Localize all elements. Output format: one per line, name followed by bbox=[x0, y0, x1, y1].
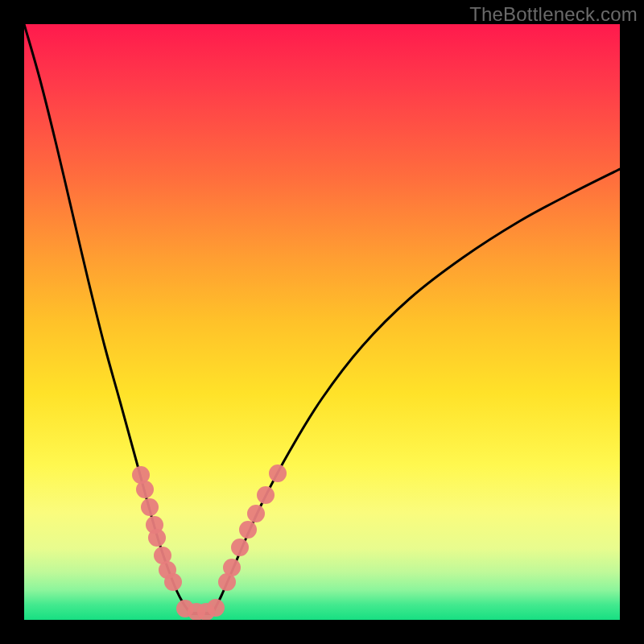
curve-left-branch bbox=[24, 24, 189, 612]
marker-left bbox=[136, 481, 154, 498]
plot-area bbox=[24, 24, 620, 620]
marker-right bbox=[257, 486, 275, 504]
scatter-markers bbox=[132, 464, 287, 620]
watermark-text: TheBottleneck.com bbox=[469, 3, 638, 26]
marker-left bbox=[141, 498, 159, 516]
curve-layer bbox=[24, 24, 620, 620]
marker-right bbox=[223, 559, 241, 576]
marker-right bbox=[269, 464, 287, 482]
curve-right-branch bbox=[213, 169, 620, 612]
marker-right bbox=[239, 521, 257, 539]
marker-right bbox=[231, 539, 249, 556]
marker-left bbox=[148, 529, 166, 547]
marker-left bbox=[164, 573, 182, 591]
bottleneck-curve bbox=[24, 24, 620, 613]
chart-frame: TheBottleneck.com bbox=[0, 0, 644, 644]
marker-right bbox=[247, 505, 265, 522]
marker-bottom bbox=[207, 599, 225, 617]
